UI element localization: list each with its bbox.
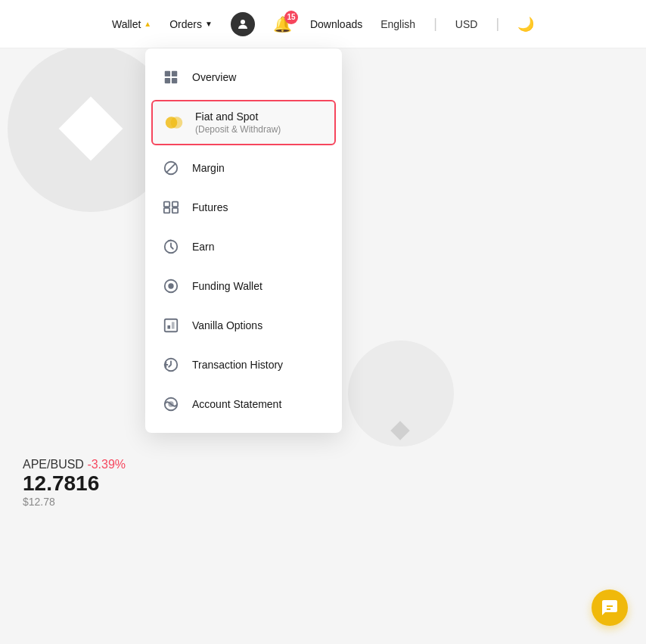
svg-line-8 [166, 163, 176, 173]
svg-rect-9 [164, 202, 169, 207]
svg-rect-10 [172, 202, 178, 207]
fiat-spot-icon [163, 112, 185, 133]
futures-icon [160, 197, 182, 218]
vanilla-options-label: Vanilla Options [192, 319, 262, 331]
funding-wallet-label: Funding Wallet [192, 280, 262, 292]
nav-orders[interactable]: Orders ▼ [169, 18, 213, 30]
earn-label: Earn [192, 241, 215, 253]
nav-wallet-label: Wallet [112, 18, 141, 30]
avatar[interactable] [231, 12, 255, 36]
svg-rect-11 [164, 208, 169, 213]
svg-point-6 [171, 117, 183, 129]
margin-label: Margin [192, 162, 225, 174]
notifications-badge: 15 [284, 11, 298, 24]
overview-icon [160, 67, 182, 88]
futures-label: Futures [192, 201, 228, 213]
nav: Wallet ▲ Orders ▼ 🔔 15 Downloads English… [112, 12, 534, 36]
earn-icon [160, 236, 182, 257]
vanilla-options-icon [160, 315, 182, 336]
header: Wallet ▲ Orders ▼ 🔔 15 Downloads English… [0, 0, 646, 48]
account-statement-icon [160, 394, 182, 415]
nav-orders-arrow: ▼ [205, 20, 213, 28]
fiat-spot-text: Fiat and Spot (Deposit & Withdraw) [195, 110, 281, 135]
menu-item-futures[interactable]: Futures [145, 188, 342, 227]
svg-rect-1 [165, 71, 170, 76]
separator2: | [495, 16, 499, 32]
svg-rect-3 [165, 78, 170, 83]
margin-icon [160, 157, 182, 179]
dropdown-overlay: Overview Fiat and Spot (Deposit & Withdr… [0, 48, 646, 644]
svg-rect-12 [172, 208, 178, 213]
downloads-link[interactable]: Downloads [310, 18, 362, 30]
fiat-spot-sublabel: (Deposit & Withdraw) [195, 124, 281, 135]
menu-item-account-statement[interactable]: Account Statement [145, 384, 342, 424]
svg-rect-16 [165, 319, 178, 332]
menu-item-funding-wallet[interactable]: Funding Wallet [145, 266, 342, 306]
nav-orders-label: Orders [169, 18, 202, 30]
chat-button[interactable] [592, 590, 628, 626]
account-statement-label: Account Statement [192, 398, 281, 410]
menu-item-earn[interactable]: Earn [145, 227, 342, 266]
nav-wallet[interactable]: Wallet ▲ [112, 18, 151, 30]
separator: | [433, 16, 437, 32]
theme-toggle[interactable]: 🌙 [517, 16, 534, 33]
transaction-history-icon [160, 354, 182, 375]
menu-item-overview[interactable]: Overview [145, 58, 342, 97]
nav-wallet-arrow: ▲ [144, 20, 151, 28]
menu-item-margin[interactable]: Margin [145, 148, 342, 188]
svg-point-0 [241, 20, 245, 24]
language-selector[interactable]: English [380, 18, 415, 30]
wallet-dropdown: Overview Fiat and Spot (Deposit & Withdr… [145, 48, 342, 433]
currency-selector[interactable]: USD [455, 18, 478, 30]
svg-point-15 [168, 283, 173, 288]
notifications-bell[interactable]: 🔔 15 [273, 15, 292, 33]
menu-item-fiat-spot[interactable]: Fiat and Spot (Deposit & Withdraw) [151, 100, 336, 145]
transaction-history-label: Transaction History [192, 359, 283, 371]
menu-item-vanilla-options[interactable]: Vanilla Options [145, 306, 342, 345]
funding-wallet-icon [160, 275, 182, 297]
menu-item-transaction-history[interactable]: Transaction History [145, 345, 342, 384]
fiat-spot-label: Fiat and Spot [195, 110, 281, 123]
svg-rect-4 [172, 78, 177, 83]
svg-rect-2 [172, 71, 177, 76]
overview-label: Overview [192, 71, 236, 83]
